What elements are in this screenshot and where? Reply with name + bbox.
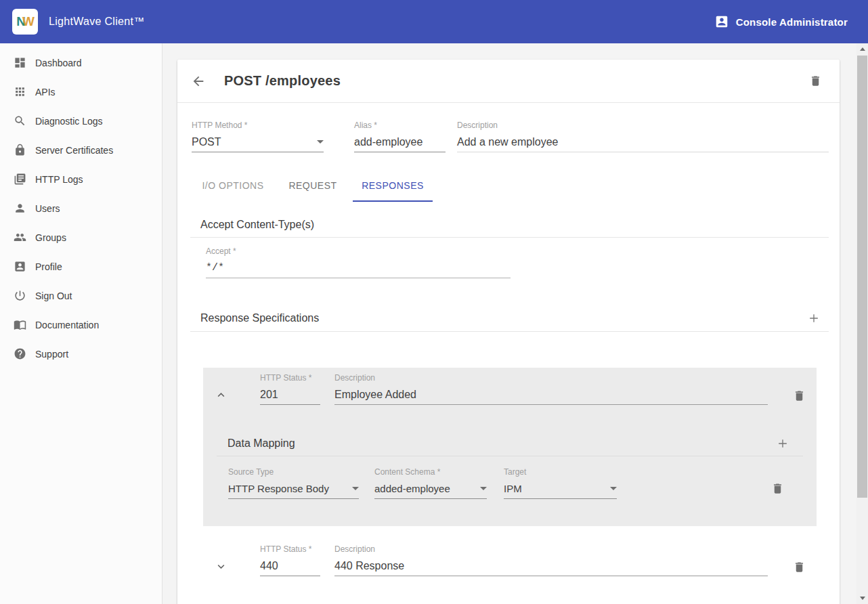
sidebar-item-label: HTTP Logs	[35, 174, 83, 185]
power-icon	[14, 289, 26, 302]
account-box-icon	[14, 260, 26, 273]
sidebar-item-documentation[interactable]: Documentation	[0, 310, 162, 339]
response-description-label: Description	[334, 373, 768, 385]
chevron-up-icon[interactable]	[215, 389, 227, 402]
http-method-select[interactable]: HTTP Method * POST	[192, 121, 324, 152]
response-description-field[interactable]: Description 440 Response	[334, 544, 768, 576]
search-icon	[14, 114, 26, 127]
sidebar-item-label: Groups	[35, 232, 66, 243]
target-select[interactable]: Target IPM	[504, 467, 617, 499]
sidebar: Dashboard APIs Diagnostic Logs Server Ce…	[0, 43, 162, 604]
add-response-button[interactable]	[807, 311, 821, 325]
triangle-down-icon	[610, 487, 617, 490]
response-section-title: Response Specifications	[200, 312, 319, 324]
source-type-select[interactable]: Source Type HTTP Response Body	[228, 467, 359, 499]
sidebar-item-sign-out[interactable]: Sign Out	[0, 281, 162, 310]
lock-icon	[14, 144, 26, 156]
person-icon	[14, 202, 26, 215]
sidebar-item-label: Sign Out	[35, 290, 72, 301]
http-status-value: 201	[260, 389, 278, 401]
sidebar-item-server-certificates[interactable]: Server Certificates	[0, 135, 162, 165]
triangle-down-icon	[317, 140, 324, 144]
sidebar-item-dashboard[interactable]: Dashboard	[0, 48, 162, 77]
sidebar-item-label: Dashboard	[35, 58, 82, 68]
response-section-header: Response Specifications	[200, 311, 829, 325]
user-name: Console Administrator	[736, 16, 848, 28]
account-box-icon	[714, 14, 729, 29]
sidebar-item-label: Profile	[35, 261, 62, 272]
accept-label: Accept *	[206, 246, 511, 258]
add-data-mapping-button[interactable]	[776, 437, 789, 450]
content-schema-value: added-employee	[374, 483, 450, 494]
app-bar: NW LightWave Client™ Console Administrat…	[0, 0, 868, 43]
endpoint-card-header: POST /employees	[177, 60, 840, 103]
sidebar-item-users[interactable]: Users	[0, 194, 162, 223]
sidebar-item-label: Users	[35, 203, 60, 214]
sidebar-item-label: Server Certificates	[35, 145, 113, 156]
delete-response-button[interactable]	[793, 561, 806, 574]
sidebar-item-apis[interactable]: APIs	[0, 77, 162, 106]
tab-request[interactable]: REQUEST	[273, 171, 353, 202]
source-type-value: HTTP Response Body	[228, 483, 329, 494]
http-status-label: HTTP Status *	[260, 373, 320, 385]
endpoint-tabs: I/O OPTIONS REQUEST RESPONSES	[193, 171, 829, 202]
http-status-value: 440	[260, 560, 278, 572]
delete-data-mapping-button[interactable]	[771, 482, 784, 495]
response-row: HTTP Status * 440 Description 440 Respon…	[203, 539, 817, 576]
response-description-value: Employee Added	[334, 389, 416, 401]
scrollbar-thumb[interactable]	[857, 56, 867, 498]
section-divider	[190, 331, 829, 332]
app-title: LightWave Client™	[49, 16, 144, 28]
endpoint-form-row: HTTP Method * POST Alias * add-employee …	[192, 121, 829, 152]
response-description-value: 440 Response	[334, 560, 404, 572]
response-card-201: HTTP Status * 201 Description Employee A…	[203, 368, 817, 526]
help-circle-icon	[14, 347, 26, 360]
response-row: HTTP Status * 201 Description Employee A…	[203, 368, 817, 405]
endpoint-card: POST /employees HTTP Method * POST Alias…	[177, 60, 840, 604]
people-icon	[14, 231, 26, 244]
triangle-down-icon	[480, 487, 487, 490]
data-mapping-row: Source Type HTTP Response Body Content S…	[203, 456, 817, 499]
sidebar-item-support[interactable]: Support	[0, 339, 162, 368]
delete-endpoint-button[interactable]	[809, 74, 822, 87]
sidebar-item-diagnostic-logs[interactable]: Diagnostic Logs	[0, 106, 162, 135]
source-type-label: Source Type	[228, 467, 359, 479]
tab-responses[interactable]: RESPONSES	[353, 171, 433, 202]
http-status-field[interactable]: HTTP Status * 440	[260, 544, 320, 576]
accept-section-title: Accept Content-Type(s)	[200, 219, 314, 231]
accept-value: */*	[206, 262, 224, 274]
triangle-down-icon	[352, 487, 359, 490]
logo-letter-w: W	[22, 14, 34, 29]
scroll-down-arrow	[860, 597, 865, 600]
sidebar-item-profile[interactable]: Profile	[0, 252, 162, 281]
chevron-down-icon[interactable]	[215, 560, 227, 573]
content-schema-label: Content Schema *	[374, 467, 487, 479]
response-description-label: Description	[334, 544, 768, 556]
alias-field[interactable]: Alias * add-employee	[354, 121, 446, 152]
http-status-label: HTTP Status *	[260, 544, 320, 556]
data-mapping-header: Data Mapping	[227, 437, 789, 450]
response-description-field[interactable]: Description Employee Added	[334, 373, 768, 405]
scrollbar-up-button[interactable]	[856, 43, 868, 55]
accept-section-header: Accept Content-Type(s)	[200, 219, 829, 231]
target-value: IPM	[504, 483, 522, 494]
scrollbar-down-button[interactable]	[856, 592, 868, 604]
nw-logo: NW	[12, 9, 38, 35]
accept-field[interactable]: Accept * */*	[206, 246, 511, 278]
description-field[interactable]: Description Add a new employee	[457, 121, 829, 152]
sidebar-item-http-logs[interactable]: HTTP Logs	[0, 165, 162, 194]
library-books-icon	[14, 173, 26, 186]
http-method-label: HTTP Method *	[192, 121, 324, 132]
alias-value: add-employee	[354, 136, 422, 148]
sidebar-item-groups[interactable]: Groups	[0, 223, 162, 252]
vertical-scrollbar[interactable]	[856, 43, 868, 604]
target-label: Target	[504, 467, 617, 479]
data-mapping-title: Data Mapping	[227, 437, 295, 450]
alias-label: Alias *	[354, 121, 446, 132]
delete-response-button[interactable]	[793, 389, 806, 402]
http-status-field[interactable]: HTTP Status * 201	[260, 373, 320, 405]
user-menu[interactable]: Console Administrator	[714, 14, 848, 29]
back-button[interactable]	[191, 74, 206, 89]
tab-io-options[interactable]: I/O OPTIONS	[193, 171, 273, 202]
content-schema-select[interactable]: Content Schema * added-employee	[374, 467, 487, 499]
